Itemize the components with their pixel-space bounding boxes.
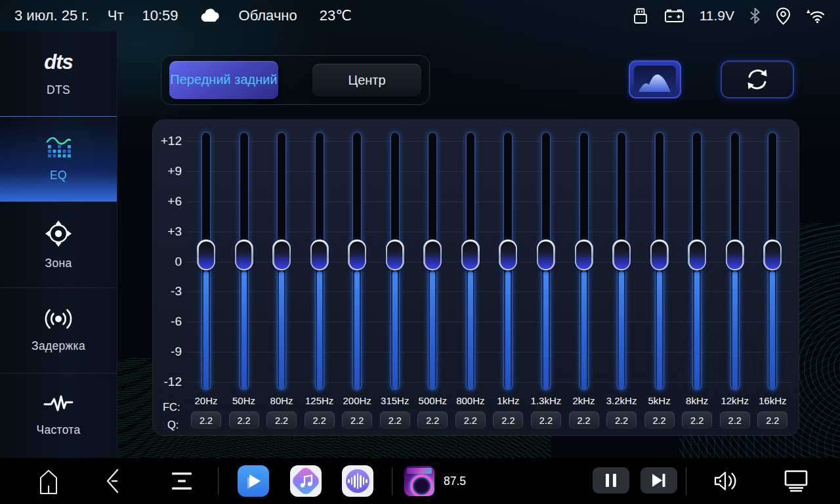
eq-curve-button[interactable] xyxy=(629,60,681,98)
band-q-value[interactable]: 2.2 xyxy=(191,411,221,429)
band-q-value[interactable]: 2.2 xyxy=(757,411,788,429)
eq-slider-fill xyxy=(203,271,209,389)
scale-label: +9 xyxy=(153,164,182,178)
fc-row-label: FC: xyxy=(163,401,180,413)
eq-band: 8kHz 2.2 xyxy=(678,120,716,436)
eq-slider-thumb[interactable] xyxy=(726,240,744,270)
band-q-value[interactable]: 2.2 xyxy=(531,411,561,429)
eq-slider-thumb[interactable] xyxy=(423,240,442,270)
reset-button[interactable] xyxy=(721,60,794,98)
location-icon xyxy=(776,7,791,25)
eq-band: 20Hz 2.2 xyxy=(187,120,225,436)
band-frequency-label: 50Hz xyxy=(225,395,263,406)
eq-slider-thumb[interactable] xyxy=(763,240,782,270)
temperature-label: 23℃ xyxy=(320,7,352,24)
next-track-button[interactable] xyxy=(640,467,677,494)
menu-icon[interactable] xyxy=(166,467,198,495)
wifi-icon xyxy=(806,9,826,24)
volume-icon[interactable] xyxy=(712,469,738,493)
band-frequency-label: 5kHz xyxy=(640,395,679,406)
band-q-value[interactable]: 2.2 xyxy=(720,411,750,429)
divider xyxy=(686,467,686,495)
eq-slider-thumb[interactable] xyxy=(272,240,291,270)
eq-slider-thumb[interactable] xyxy=(310,240,329,270)
sidebar-item-zone[interactable]: Зона xyxy=(0,201,117,287)
bluetooth-icon xyxy=(749,8,761,24)
tab-label: Передний задний xyxy=(170,72,277,88)
music-note-icon xyxy=(290,465,322,497)
voice-app-icon[interactable] xyxy=(342,465,373,497)
back-icon[interactable] xyxy=(100,467,126,495)
band-q-value[interactable]: 2.2 xyxy=(304,411,335,429)
tab-center[interactable]: Центр xyxy=(312,64,421,96)
eq-curve-icon xyxy=(634,66,676,93)
sidebar-item-delay[interactable]: Задержка xyxy=(0,287,117,373)
eq-slider-thumb[interactable] xyxy=(386,240,404,270)
band-q-value[interactable]: 2.2 xyxy=(417,411,448,429)
band-q-value[interactable]: 2.2 xyxy=(455,411,486,429)
reset-icon xyxy=(744,66,771,93)
weekday-label: Чт xyxy=(108,7,124,24)
eq-slider-thumb[interactable] xyxy=(197,240,215,270)
pause-button[interactable] xyxy=(593,467,629,494)
sidebar-item-label: Зона xyxy=(45,257,72,270)
band-frequency-label: 200Hz xyxy=(338,395,376,406)
band-frequency-label: 8kHz xyxy=(678,395,716,406)
dts-logo: dts xyxy=(44,51,73,74)
eq-slider-thumb[interactable] xyxy=(499,240,517,270)
eq-band: 2kHz 2.2 xyxy=(565,120,603,436)
band-q-value[interactable]: 2.2 xyxy=(569,411,599,429)
band-frequency-label: 80Hz xyxy=(262,395,301,406)
band-frequency-label: 315Hz xyxy=(376,395,414,406)
frequency-wave-icon xyxy=(43,394,74,414)
eq-slider-thumb[interactable] xyxy=(575,240,593,270)
home-icon[interactable] xyxy=(34,466,63,496)
sidebar-item-frequency[interactable]: Частота xyxy=(0,373,117,458)
radio-app-icon[interactable] xyxy=(404,466,434,496)
eq-band: 125Hz 2.2 xyxy=(301,120,339,436)
scale-label: +6 xyxy=(153,194,182,209)
head-unit-screen: 3 июл. 25 г. Чт 10:59 Облачно 23℃ xyxy=(0,0,840,504)
eq-slider-thumb[interactable] xyxy=(650,240,669,270)
sidebar-item-dts[interactable]: dts DTS xyxy=(0,32,117,116)
band-q-value[interactable]: 2.2 xyxy=(493,411,523,429)
radio-art xyxy=(407,468,432,474)
eq-band: 16kHz 2.2 xyxy=(753,120,791,436)
eq-band: 5kHz 2.2 xyxy=(640,120,679,436)
eq-slider-thumb[interactable] xyxy=(235,240,253,270)
band-q-value[interactable]: 2.2 xyxy=(682,411,712,429)
band-frequency-label: 12kHz xyxy=(716,395,754,406)
sidebar-item-label: DTS xyxy=(47,83,70,97)
band-frequency-label: 3.2kHz xyxy=(602,395,640,406)
play-app-icon[interactable] xyxy=(238,465,269,497)
band-q-value[interactable]: 2.2 xyxy=(644,411,675,429)
scale-label: +12 xyxy=(153,134,182,148)
band-frequency-label: 1.3kHz xyxy=(527,395,565,406)
sidebar-item-eq[interactable]: EQ xyxy=(0,116,117,201)
eq-slider-thumb[interactable] xyxy=(348,240,366,270)
band-frequency-label: 1kHz xyxy=(489,395,527,406)
band-frequency-label: 20Hz xyxy=(187,395,225,406)
tab-front-rear[interactable]: Передний задний xyxy=(169,61,278,99)
eq-band: 50Hz 2.2 xyxy=(225,120,263,436)
eq-slider-thumb[interactable] xyxy=(612,240,631,270)
eq-slider-fill xyxy=(505,271,511,389)
eq-slider-fill xyxy=(657,271,662,389)
band-q-value[interactable]: 2.2 xyxy=(342,411,372,429)
eq-slider-thumb[interactable] xyxy=(688,240,706,270)
eq-slider-fill xyxy=(732,271,738,389)
eq-slider-thumb[interactable] xyxy=(461,240,480,270)
music-app-icon[interactable] xyxy=(290,465,322,497)
band-q-value[interactable]: 2.2 xyxy=(606,411,637,429)
sidebar-item-label: Задержка xyxy=(32,339,85,353)
eq-slider-fill xyxy=(279,271,284,389)
band-q-value[interactable]: 2.2 xyxy=(266,411,297,429)
band-frequency-label: 16kHz xyxy=(753,395,791,406)
band-q-value[interactable]: 2.2 xyxy=(229,411,259,429)
eq-band: 80Hz 2.2 xyxy=(262,120,301,436)
speaker-tab-group: Передний задний Центр xyxy=(161,55,430,105)
band-q-value[interactable]: 2.2 xyxy=(380,411,410,429)
scale-label: +3 xyxy=(153,224,182,239)
eq-slider-thumb[interactable] xyxy=(537,240,555,270)
display-icon[interactable] xyxy=(781,469,811,494)
